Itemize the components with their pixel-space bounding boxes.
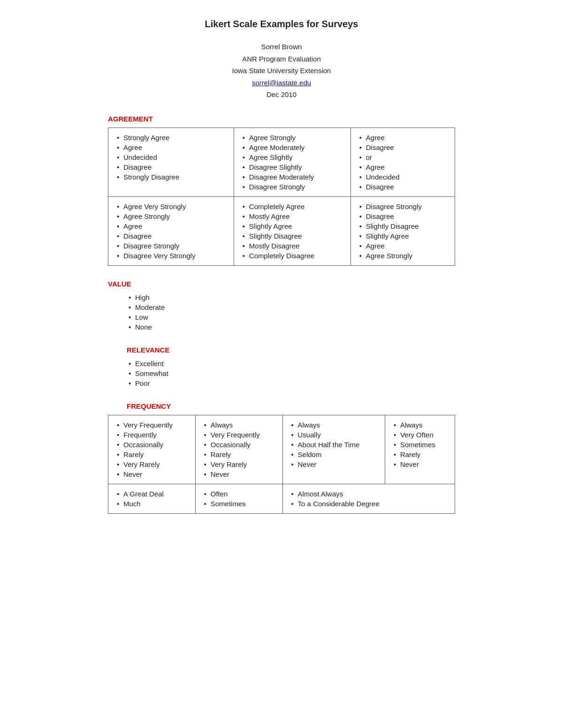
author-block: Sorrel Brown ANR Program Evaluation Iowa… [108, 41, 455, 101]
author-email[interactable]: sorrel@iastate.edu [252, 79, 311, 87]
list-item: Agree [358, 162, 448, 172]
list-item: Very Rarely [202, 459, 276, 469]
list-item: Agree Moderately [241, 143, 344, 152]
list-item: Usually [289, 430, 378, 440]
list: Agree Strongly Agree Moderately Agree Sl… [241, 133, 344, 192]
list: Agree Very Strongly Agree Strongly Agree… [115, 202, 227, 261]
list-item: Disagree [358, 143, 448, 152]
value-section: VALUE High Moderate Low None [108, 280, 455, 332]
list-item: Agree Strongly [241, 133, 344, 143]
list-item: Slightly Disagree [358, 221, 448, 231]
list: Agree Disagree or Agree Undecided Disagr… [358, 133, 448, 192]
page-title: Likert Scale Examples for Surveys [108, 19, 455, 30]
list-item: High [127, 293, 455, 302]
table-row: Agree Very Strongly Agree Strongly Agree… [108, 196, 455, 265]
list-item: Seldom [289, 450, 378, 459]
table-cell: Strongly Agree Agree Undecided Disagree … [108, 128, 234, 196]
agreement-heading: AGREEMENT [108, 115, 455, 123]
list-item: Disagree Strongly [115, 241, 227, 251]
list-item: Disagree [115, 162, 227, 172]
list-item: Frequently [115, 430, 189, 440]
list-item: Always [202, 420, 276, 430]
list-item: Agree Slightly [241, 152, 344, 162]
author-org1: ANR Program Evaluation [108, 53, 455, 65]
list-item: Agree [115, 143, 227, 152]
table-cell: Always Very Often Sometimes Rarely Never [385, 415, 455, 484]
author-org2: Iowa State University Extension [108, 65, 455, 77]
table-cell: Often Sometimes [195, 484, 282, 513]
list: Strongly Agree Agree Undecided Disagree … [115, 133, 227, 182]
list-item: Sometimes [202, 499, 276, 509]
agreement-section: AGREEMENT Strongly Agree Agree Undecided… [108, 115, 455, 266]
list-item: Never [115, 469, 189, 479]
list: Completely Agree Mostly Agree Slightly A… [241, 202, 344, 261]
relevance-list: Excellent Somewhat Poor [127, 359, 455, 388]
list-item: Disagree [358, 211, 448, 221]
list-item: Low [127, 312, 455, 322]
table-cell: Always Very Frequently Occasionally Rare… [195, 415, 282, 484]
frequency-section: FREQUENCY Very Frequently Frequently Occ… [108, 402, 455, 514]
list-item: Disagree Strongly [241, 182, 344, 192]
list-item: Rarely [115, 450, 189, 459]
table-row: Strongly Agree Agree Undecided Disagree … [108, 128, 455, 196]
table-cell: Very Frequently Frequently Occasionally … [108, 415, 196, 484]
table-cell: Agree Very Strongly Agree Strongly Agree… [108, 196, 234, 265]
list-item: Agree [358, 241, 448, 251]
list-item: Occasionally [202, 440, 276, 450]
table-cell: A Great Deal Much [108, 484, 196, 513]
list-item: Almost Always [289, 489, 448, 499]
list-item: Never [202, 469, 276, 479]
list-item: Disagree [358, 182, 448, 192]
list-item: Rarely [202, 450, 276, 459]
list-item: Mostly Agree [241, 211, 344, 221]
table-row: A Great Deal Much Often Sometimes Almost… [108, 484, 455, 513]
agreement-table: Strongly Agree Agree Undecided Disagree … [108, 128, 455, 266]
list-item: To a Considerable Degree [289, 499, 448, 509]
list-item: Disagree Very Strongly [115, 251, 227, 261]
frequency-table: Very Frequently Frequently Occasionally … [108, 415, 455, 514]
list-item: Agree Strongly [115, 211, 227, 221]
list: Always Usually About Half the Time Seldo… [289, 420, 378, 469]
table-cell: Agree Disagree or Agree Undecided Disagr… [350, 128, 455, 196]
table-cell: Agree Strongly Agree Moderately Agree Sl… [234, 128, 350, 196]
list-item: Very Frequently [202, 430, 276, 440]
list-item: Slightly Disagree [241, 231, 344, 241]
list-item: Often [202, 489, 276, 499]
list-item: Completely Agree [241, 202, 344, 211]
list: Disagree Strongly Disagree Slightly Disa… [358, 202, 448, 261]
list-item: Moderate [127, 302, 455, 312]
list-item: Agree Strongly [358, 251, 448, 261]
list-item: Poor [127, 378, 455, 388]
list-item: Always [289, 420, 378, 430]
value-list: High Moderate Low None [127, 293, 455, 332]
list-item: Very Rarely [115, 459, 189, 469]
list-item: Agree [358, 133, 448, 143]
list: Almost Always To a Considerable Degree [289, 489, 448, 509]
list-item: Never [392, 459, 448, 469]
list-item: Disagree Moderately [241, 172, 344, 182]
list-item: Undecided [358, 172, 448, 182]
list: Always Very Often Sometimes Rarely Never [392, 420, 448, 469]
list-item: Excellent [127, 359, 455, 368]
list-item: Very Frequently [115, 420, 189, 430]
list-item: Never [289, 459, 378, 469]
list-item: Occasionally [115, 440, 189, 450]
list: Often Sometimes [202, 489, 276, 509]
relevance-heading: RELEVANCE [127, 346, 455, 354]
list-item: Completely Disagree [241, 251, 344, 261]
table-cell: Disagree Strongly Disagree Slightly Disa… [350, 196, 455, 265]
list: A Great Deal Much [115, 489, 189, 509]
table-cell: Always Usually About Half the Time Seldo… [282, 415, 385, 484]
list-item: Disagree [115, 231, 227, 241]
table-cell: Completely Agree Mostly Agree Slightly A… [234, 196, 350, 265]
table-row: Very Frequently Frequently Occasionally … [108, 415, 455, 484]
author-name: Sorrel Brown [108, 41, 455, 53]
list-item: About Half the Time [289, 440, 378, 450]
relevance-section: RELEVANCE Excellent Somewhat Poor [108, 346, 455, 388]
list-item: Undecided [115, 152, 227, 162]
list-item: Much [115, 499, 189, 509]
list-item: Strongly Disagree [115, 172, 227, 182]
list-item: Slightly Agree [241, 221, 344, 231]
list-item: Rarely [392, 450, 448, 459]
list-item: Agree Very Strongly [115, 202, 227, 211]
